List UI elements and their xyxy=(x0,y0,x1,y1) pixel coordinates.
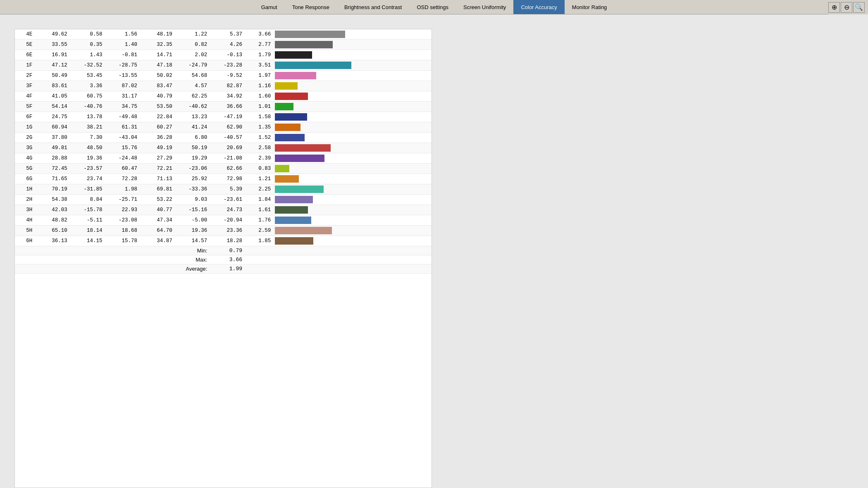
bar-cell xyxy=(272,91,432,102)
dE-value: 2.58 xyxy=(244,143,272,153)
color-bar xyxy=(275,51,312,59)
a2-value: 50.19 xyxy=(174,143,209,153)
b1-value: -0.81 xyxy=(104,50,139,60)
a1-value: 23.74 xyxy=(69,174,104,184)
zoom-out-button[interactable]: ⊖ xyxy=(841,2,852,13)
L2-value: 49.19 xyxy=(139,143,174,153)
b2-value: 62.90 xyxy=(209,122,244,133)
b1-value: 15.76 xyxy=(104,143,139,153)
stats-label: Average: xyxy=(139,264,209,274)
nav-tab-osd-settings[interactable]: OSD settings xyxy=(409,0,456,14)
a1-value: 13.78 xyxy=(69,112,104,122)
L1-value: 24.75 xyxy=(34,112,69,122)
row-id: 5E xyxy=(15,40,34,50)
b1-value: 15.78 xyxy=(104,236,139,246)
nav-tab-monitor-rating[interactable]: Monitor Rating xyxy=(565,0,615,14)
nav-tab-color-accuracy[interactable]: Color Accuracy xyxy=(513,0,564,14)
b2-value: 18.28 xyxy=(209,236,244,246)
bar-cell xyxy=(272,29,432,40)
a2-value: 62.25 xyxy=(174,91,209,102)
nav-tab-screen-uniformity[interactable]: Screen Uniformity xyxy=(456,0,513,14)
L2-value: 34.87 xyxy=(139,236,174,246)
b1-value: 72.28 xyxy=(104,174,139,184)
b2-value: 5.37 xyxy=(209,29,244,40)
stats-bar-empty xyxy=(244,255,432,264)
zoom-reset-button[interactable]: 🔍 xyxy=(853,2,865,13)
table-row: 3G 49.81 48.50 15.76 49.19 50.19 20.69 2… xyxy=(15,143,432,153)
a1-value: 48.50 xyxy=(69,143,104,153)
b1-value: 1.56 xyxy=(104,29,139,40)
L2-value: 71.13 xyxy=(139,174,174,184)
color-bar xyxy=(275,93,308,100)
color-bar xyxy=(275,124,300,131)
color-bar xyxy=(275,217,311,224)
L2-value: 69.81 xyxy=(139,184,174,195)
a2-value: 19.36 xyxy=(174,226,209,236)
b2-value: -21.08 xyxy=(209,153,244,164)
stats-row: Min: 0.79 xyxy=(15,246,432,255)
color-bar xyxy=(275,134,305,141)
a2-value: 19.29 xyxy=(174,153,209,164)
b2-value: 72.98 xyxy=(209,174,244,184)
a1-value: 19.36 xyxy=(69,153,104,164)
a2-value: 14.57 xyxy=(174,236,209,246)
table-row: 1H 70.19 -31.85 1.98 69.81 -33.36 5.39 2… xyxy=(15,184,432,195)
b1-value: -13.55 xyxy=(104,71,139,81)
nav-tab-tone-response[interactable]: Tone Response xyxy=(285,0,337,14)
row-id: 1H xyxy=(15,184,34,195)
b2-value: -0.13 xyxy=(209,50,244,60)
bar-cell xyxy=(272,195,432,205)
b1-value: 34.75 xyxy=(104,102,139,112)
L1-value: 50.49 xyxy=(34,71,69,81)
a2-value: -23.06 xyxy=(174,164,209,174)
zoom-in-button[interactable]: ⊕ xyxy=(828,2,840,13)
table-row: 4G 28.88 19.36 -24.48 27.29 19.29 -21.08… xyxy=(15,153,432,164)
L2-value: 60.27 xyxy=(139,122,174,133)
table-row: 4F 41.05 60.75 31.17 40.79 62.25 34.92 1… xyxy=(15,91,432,102)
row-id: 4H xyxy=(15,215,34,226)
b2-value: 4.26 xyxy=(209,40,244,50)
bar-cell xyxy=(272,153,432,164)
bar-cell xyxy=(272,164,432,174)
b2-value: 82.87 xyxy=(209,81,244,91)
L2-value: 47.18 xyxy=(139,60,174,71)
a1-value: 3.36 xyxy=(69,81,104,91)
a2-value: 9.03 xyxy=(174,195,209,205)
bar-cell xyxy=(272,174,432,184)
L1-value: 72.45 xyxy=(34,164,69,174)
bar-cell xyxy=(272,50,432,60)
a2-value: -33.36 xyxy=(174,184,209,195)
a1-value: 0.35 xyxy=(69,40,104,50)
data-table-panel: 4E 49.62 0.58 1.56 48.19 1.22 5.37 3.66 … xyxy=(14,29,432,488)
b1-value: -25.71 xyxy=(104,195,139,205)
b1-value: 60.47 xyxy=(104,164,139,174)
a1-value: 7.30 xyxy=(69,133,104,143)
a1-value: 60.75 xyxy=(69,91,104,102)
a1-value: 38.21 xyxy=(69,122,104,133)
a2-value: 6.80 xyxy=(174,133,209,143)
color-bar xyxy=(275,113,307,121)
color-bar xyxy=(275,155,324,162)
dE-value: 1.35 xyxy=(244,122,272,133)
L2-value: 36.28 xyxy=(139,133,174,143)
a2-value: 54.68 xyxy=(174,71,209,81)
L1-value: 70.19 xyxy=(34,184,69,195)
bar-cell xyxy=(272,133,432,143)
a2-value: -15.16 xyxy=(174,205,209,215)
dE-value: 1.85 xyxy=(244,236,272,246)
a1-value: 18.14 xyxy=(69,226,104,236)
b1-value: 1.40 xyxy=(104,40,139,50)
nav-tab-brightness-and-contrast[interactable]: Brightness and Contrast xyxy=(337,0,409,14)
table-row: 6H 36.13 14.15 15.78 34.87 14.57 18.28 1… xyxy=(15,236,432,246)
dE-value: 1.21 xyxy=(244,174,272,184)
row-id: 6F xyxy=(15,112,34,122)
L2-value: 53.50 xyxy=(139,102,174,112)
L1-value: 83.61 xyxy=(34,81,69,91)
table-row: 3F 83.61 3.36 87.02 83.47 4.57 82.87 1.1… xyxy=(15,81,432,91)
dE-value: 2.77 xyxy=(244,40,272,50)
b2-value: -40.57 xyxy=(209,133,244,143)
b1-value: 22.93 xyxy=(104,205,139,215)
dE-value: 3.66 xyxy=(244,29,272,40)
nav-tab-gamut[interactable]: Gamut xyxy=(254,0,285,14)
stats-bar-empty xyxy=(244,264,432,274)
